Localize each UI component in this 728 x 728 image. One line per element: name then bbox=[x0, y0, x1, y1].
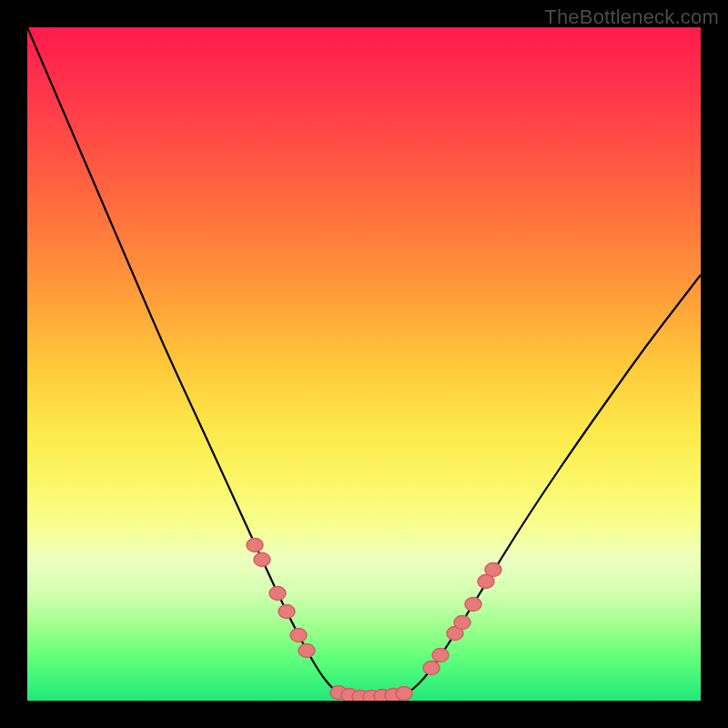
attribution-label: TheBottleneck.com bbox=[544, 5, 719, 29]
marker-bead bbox=[269, 587, 286, 601]
marker-bead bbox=[465, 598, 481, 612]
marker-bead bbox=[423, 662, 440, 675]
plot-area bbox=[27, 27, 701, 701]
marker-bead bbox=[485, 563, 501, 577]
marker-bead bbox=[278, 605, 295, 619]
marker-bead bbox=[254, 553, 270, 567]
marker-group bbox=[247, 539, 501, 701]
marker-bead bbox=[454, 616, 470, 630]
marker-bead bbox=[432, 649, 449, 662]
chart-frame: TheBottleneck.com bbox=[0, 0, 728, 728]
marker-bead bbox=[247, 539, 263, 552]
chart-svg bbox=[27, 27, 701, 701]
left-curve bbox=[27, 27, 337, 692]
marker-bead bbox=[298, 644, 315, 658]
marker-bead bbox=[290, 629, 307, 642]
marker-bead bbox=[396, 687, 412, 701]
